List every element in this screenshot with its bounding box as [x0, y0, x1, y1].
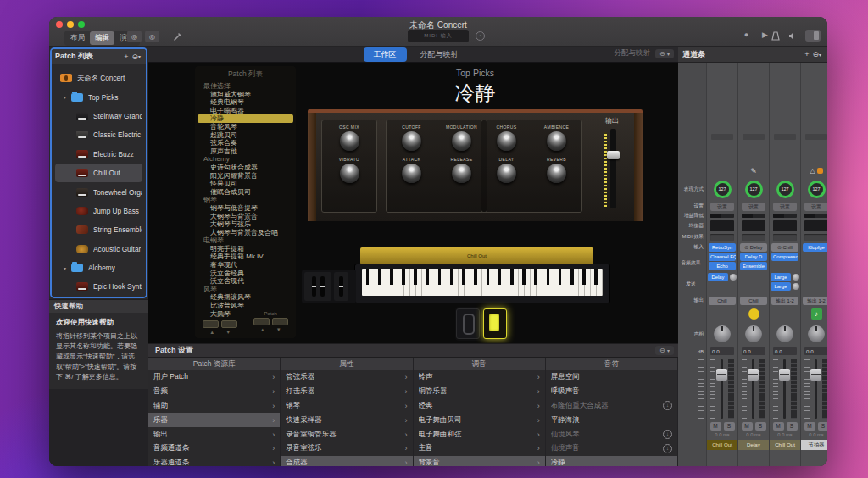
cutoff-knob[interactable] [402, 131, 421, 151]
browser-row[interactable]: 音频 › [148, 385, 280, 399]
channel-name[interactable]: 节拍器 [801, 440, 827, 450]
patch-prev-button[interactable] [253, 318, 270, 325]
workspace-patch-row[interactable]: 经典摇滚风琴 [198, 293, 293, 302]
add-channel-icon[interactable]: + [803, 50, 810, 58]
send-button[interactable]: Large [771, 273, 791, 281]
workspace-patch-row[interactable]: 经典电钢琴 [198, 98, 293, 107]
workspace-patch-row[interactable]: 大钢琴与背景音 [198, 213, 293, 221]
browser-row[interactable]: 电子舞曲贝司 › [414, 413, 545, 427]
send-button[interactable]: Delay [708, 273, 728, 281]
tab-assignments[interactable]: 分配与映射 [415, 48, 464, 61]
black-keys[interactable] [362, 269, 603, 285]
input-slot-button[interactable]: ⊙ Chill [771, 243, 798, 252]
setting-button[interactable]: 设置 [773, 203, 797, 211]
tuner-icon[interactable]: • [476, 31, 485, 41]
output-slot-button[interactable]: Chill [740, 297, 767, 305]
workspace-patch-row[interactable]: 电钢琴 [198, 236, 293, 245]
browser-row[interactable]: 打击乐器 › [281, 385, 412, 399]
sustain-pedal[interactable] [483, 308, 507, 339]
output-fader-cap[interactable] [607, 151, 620, 159]
workspace-patch-row[interactable]: 经典手提箱 Mk IV [198, 253, 293, 261]
browser-row[interactable]: 乐器通道条 › [148, 456, 280, 466]
up-icon[interactable]: ▲ [209, 330, 214, 335]
input-slot-button[interactable]: Klopfge [803, 243, 827, 252]
play-icon[interactable]: ▶ [760, 30, 770, 40]
down-icon[interactable]: ▼ [276, 327, 281, 332]
send-button[interactable]: Large [771, 282, 791, 291]
send-knob[interactable] [793, 274, 799, 281]
volume-fader[interactable] [779, 359, 790, 419]
setting-button[interactable]: 设置 [710, 203, 734, 211]
browser-row[interactable]: 音频通道条 › [148, 442, 280, 456]
browser-row[interactable]: 管弦乐器 › [281, 370, 412, 385]
eq-thumbnail[interactable] [773, 220, 797, 231]
workspace-patch-row[interactable]: 钢琴与低音提琴 [198, 204, 293, 213]
add-patch-icon[interactable]: + [122, 53, 130, 61]
input-slot-button[interactable]: RetroSyn [709, 243, 736, 252]
eq-thumbnail[interactable] [710, 220, 734, 231]
setting-button[interactable]: 设置 [804, 203, 827, 211]
patch-list-item[interactable]: Classic Electric Pi... [55, 125, 142, 144]
browser-row[interactable]: 铃声 › [414, 370, 545, 385]
patch-list-item[interactable]: ▾ Alchemy [55, 258, 142, 277]
download-icon[interactable]: ↓ [663, 401, 672, 410]
view-toggle-1-icon[interactable]: ◎ [127, 31, 142, 42]
setting-button[interactable]: 设置 [742, 203, 765, 211]
output-fader[interactable] [603, 129, 621, 208]
patch-list-item[interactable]: Electric Buzz [55, 145, 142, 164]
mode-layout[interactable]: 布局 [65, 31, 90, 45]
output-slot-button[interactable]: 输出 1-2 [771, 297, 798, 305]
workspace-patch-row[interactable]: 阳光闪耀背景音 [198, 172, 293, 181]
keyboard-patch-bar[interactable]: Chill Out [360, 247, 593, 264]
down-icon[interactable]: ▼ [225, 330, 231, 335]
pan-knob[interactable] [776, 325, 793, 342]
channel-name[interactable]: Delay [738, 440, 769, 450]
workspace-action-menu-icon[interactable]: ⊖ ▾ [655, 49, 674, 58]
midi-fx-slot[interactable] [773, 234, 797, 241]
audio-fx-button[interactable]: Ensemble [740, 262, 767, 270]
workspace-patch-row[interactable]: Alchemy [198, 155, 293, 164]
browser-row[interactable]: 钢琴 › [281, 399, 412, 414]
audio-fx-button[interactable]: Echo [709, 262, 736, 270]
level-knob[interactable]: 127 [745, 181, 763, 198]
browser-row[interactable]: 平静海浪 [546, 413, 677, 427]
chevron-down-icon[interactable]: ▾ [64, 94, 69, 100]
download-icon[interactable]: ↓ [663, 444, 672, 453]
browser-row[interactable]: 录音室铜管乐器 › [281, 427, 412, 442]
pan-knob[interactable] [745, 325, 762, 342]
browser-row[interactable]: 主音 › [414, 442, 545, 456]
reverb-knob[interactable] [547, 164, 566, 183]
workspace-patch-row[interactable]: 风琴 [198, 286, 293, 294]
volume-value[interactable]: 0.0 [742, 347, 765, 355]
solo-button[interactable]: S [755, 422, 766, 431]
eq-thumbnail[interactable] [742, 220, 765, 231]
browser-row[interactable]: 仙境风琴 ↓ [546, 427, 677, 442]
browser-row[interactable]: 经典 › [414, 399, 545, 414]
volume-fader[interactable] [810, 359, 821, 419]
output-slot-button[interactable]: 输出 1-2 [803, 297, 827, 305]
browser-row[interactable]: 辅助 › [148, 399, 280, 414]
browser-row[interactable]: 合成器 › [281, 456, 412, 466]
delay-knob[interactable] [497, 164, 516, 183]
master-mute-icon[interactable] [788, 31, 797, 40]
midi-fx-slot[interactable] [804, 234, 827, 241]
workspace-patch-row[interactable]: 电子嗡鸣器 [198, 107, 293, 115]
up-icon[interactable]: ▲ [260, 327, 265, 332]
channel-name[interactable]: Chill Out [770, 440, 800, 450]
volume-fader[interactable] [748, 359, 759, 419]
workspace-patch-row[interactable]: 沃立舍经典 [198, 270, 293, 278]
solo-button[interactable]: S [787, 422, 798, 431]
expression-pedal[interactable] [456, 308, 480, 339]
browser-row[interactable]: 用户 Patch › [148, 370, 280, 385]
record-icon[interactable]: ● [743, 30, 750, 40]
browser-row[interactable]: 乐器 › [148, 413, 280, 427]
workspace-patch-row[interactable]: 明亮手提箱 [198, 245, 293, 253]
browser-row[interactable]: 仙境声音 ↓ [546, 442, 677, 456]
chorus-knob[interactable] [497, 131, 516, 151]
patch-next-button[interactable] [272, 318, 288, 325]
patch-list-item[interactable]: Steinway Grand Pi... [55, 107, 142, 125]
osc-mix-knob[interactable] [340, 131, 359, 151]
fader-cap[interactable] [748, 369, 759, 381]
audio-fx-button[interactable]: Channel EQ [709, 253, 736, 261]
mute-button[interactable]: M [773, 422, 784, 431]
